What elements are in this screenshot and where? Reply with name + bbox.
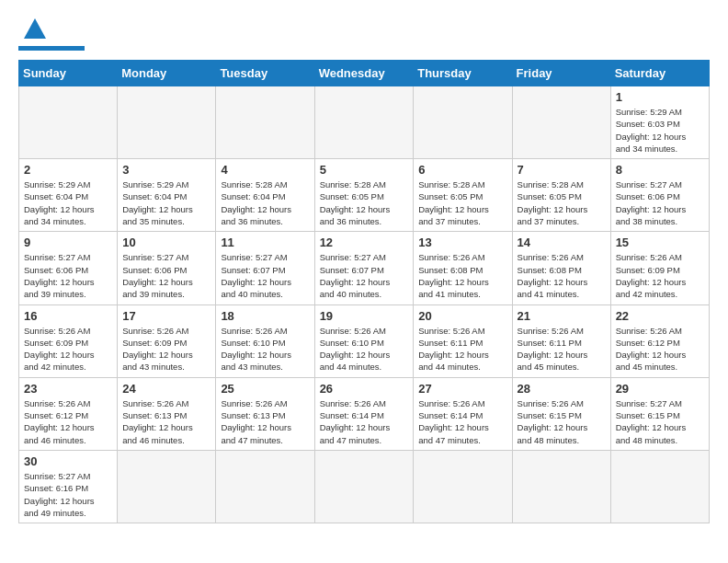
day-number: 24: [122, 382, 210, 396]
day-info: Sunrise: 5:29 AM Sunset: 6:04 PM Dayligh…: [122, 178, 210, 227]
day-of-week-header: Monday: [118, 61, 216, 86]
page-header: [18, 18, 710, 51]
logo-icon: [22, 17, 48, 42]
calendar-cell: 10Sunrise: 5:27 AM Sunset: 6:06 PM Dayli…: [118, 232, 216, 304]
calendar-cell: 5Sunrise: 5:28 AM Sunset: 6:05 PM Daylig…: [314, 159, 414, 232]
day-info: Sunrise: 5:26 AM Sunset: 6:10 PM Dayligh…: [221, 325, 309, 373]
day-info: Sunrise: 5:26 AM Sunset: 6:09 PM Dayligh…: [122, 325, 210, 373]
day-info: Sunrise: 5:29 AM Sunset: 6:04 PM Dayligh…: [24, 178, 112, 227]
calendar-cell: [512, 450, 610, 523]
day-info: Sunrise: 5:26 AM Sunset: 6:09 PM Dayligh…: [24, 325, 112, 373]
calendar-cell: [216, 86, 314, 159]
calendar-cell: 11Sunrise: 5:27 AM Sunset: 6:07 PM Dayli…: [216, 232, 314, 304]
calendar-cell: 8Sunrise: 5:27 AM Sunset: 6:06 PM Daylig…: [610, 159, 709, 232]
calendar-cell: 24Sunrise: 5:26 AM Sunset: 6:13 PM Dayli…: [118, 377, 216, 450]
day-number: 20: [418, 309, 506, 323]
day-info: Sunrise: 5:26 AM Sunset: 6:08 PM Dayligh…: [518, 251, 606, 300]
calendar-week-row: 23Sunrise: 5:26 AM Sunset: 6:12 PM Dayli…: [19, 377, 710, 450]
calendar-table: SundayMondayTuesdayWednesdayThursdayFrid…: [18, 60, 710, 523]
day-number: 17: [122, 309, 210, 323]
calendar-cell: 29Sunrise: 5:27 AM Sunset: 6:15 PM Dayli…: [610, 377, 709, 450]
calendar-cell: 15Sunrise: 5:26 AM Sunset: 6:09 PM Dayli…: [610, 232, 709, 304]
day-number: 26: [320, 382, 409, 396]
calendar-cell: 23Sunrise: 5:26 AM Sunset: 6:12 PM Dayli…: [19, 377, 118, 450]
day-number: 29: [616, 382, 704, 396]
day-number: 14: [518, 236, 606, 249]
calendar-cell: [216, 450, 314, 523]
calendar-cell: [19, 86, 118, 159]
day-info: Sunrise: 5:26 AM Sunset: 6:14 PM Dayligh…: [418, 397, 506, 446]
calendar-cell: 2Sunrise: 5:29 AM Sunset: 6:04 PM Daylig…: [19, 159, 118, 232]
calendar-cell: 4Sunrise: 5:28 AM Sunset: 6:04 PM Daylig…: [216, 159, 314, 232]
day-info: Sunrise: 5:26 AM Sunset: 6:15 PM Dayligh…: [518, 397, 606, 446]
calendar-cell: [314, 450, 414, 523]
calendar-week-row: 30Sunrise: 5:27 AM Sunset: 6:16 PM Dayli…: [19, 450, 710, 523]
day-of-week-header: Thursday: [414, 61, 512, 86]
day-number: 4: [221, 163, 309, 177]
day-info: Sunrise: 5:26 AM Sunset: 6:13 PM Dayligh…: [122, 397, 210, 446]
calendar-week-row: 2Sunrise: 5:29 AM Sunset: 6:04 PM Daylig…: [19, 159, 710, 232]
calendar-cell: 20Sunrise: 5:26 AM Sunset: 6:11 PM Dayli…: [414, 304, 512, 377]
day-info: Sunrise: 5:26 AM Sunset: 6:14 PM Dayligh…: [320, 397, 409, 446]
day-info: Sunrise: 5:26 AM Sunset: 6:13 PM Dayligh…: [221, 397, 309, 446]
day-number: 18: [221, 309, 309, 323]
calendar-cell: 16Sunrise: 5:26 AM Sunset: 6:09 PM Dayli…: [19, 304, 118, 377]
calendar-cell: 1Sunrise: 5:29 AM Sunset: 6:03 PM Daylig…: [610, 86, 709, 159]
logo: [18, 18, 85, 51]
day-info: Sunrise: 5:26 AM Sunset: 6:12 PM Dayligh…: [616, 325, 704, 373]
day-number: 25: [221, 382, 309, 396]
day-info: Sunrise: 5:27 AM Sunset: 6:07 PM Dayligh…: [320, 251, 409, 300]
logo-bar: [18, 46, 85, 51]
day-number: 3: [122, 163, 210, 177]
day-number: 12: [320, 236, 409, 249]
day-number: 7: [518, 163, 606, 177]
day-info: Sunrise: 5:27 AM Sunset: 6:16 PM Dayligh…: [24, 470, 112, 519]
calendar-cell: 9Sunrise: 5:27 AM Sunset: 6:06 PM Daylig…: [19, 232, 118, 304]
day-info: Sunrise: 5:27 AM Sunset: 6:07 PM Dayligh…: [221, 251, 309, 300]
day-number: 16: [24, 309, 112, 323]
day-of-week-header: Tuesday: [216, 61, 314, 86]
calendar-cell: 17Sunrise: 5:26 AM Sunset: 6:09 PM Dayli…: [118, 304, 216, 377]
calendar-cell: 27Sunrise: 5:26 AM Sunset: 6:14 PM Dayli…: [414, 377, 512, 450]
day-info: Sunrise: 5:28 AM Sunset: 6:05 PM Dayligh…: [518, 178, 606, 227]
calendar-cell: 6Sunrise: 5:28 AM Sunset: 6:05 PM Daylig…: [414, 159, 512, 232]
day-number: 23: [24, 382, 112, 396]
day-info: Sunrise: 5:26 AM Sunset: 6:12 PM Dayligh…: [24, 397, 112, 446]
day-info: Sunrise: 5:26 AM Sunset: 6:08 PM Dayligh…: [418, 251, 506, 300]
day-number: 13: [418, 236, 506, 249]
calendar-cell: 12Sunrise: 5:27 AM Sunset: 6:07 PM Dayli…: [314, 232, 414, 304]
day-info: Sunrise: 5:27 AM Sunset: 6:06 PM Dayligh…: [122, 251, 210, 300]
day-info: Sunrise: 5:27 AM Sunset: 6:15 PM Dayligh…: [616, 397, 704, 446]
calendar-header-row: SundayMondayTuesdayWednesdayThursdayFrid…: [19, 61, 710, 86]
day-number: 1: [616, 90, 704, 104]
calendar-cell: 7Sunrise: 5:28 AM Sunset: 6:05 PM Daylig…: [512, 159, 610, 232]
day-number: 6: [418, 163, 506, 177]
day-of-week-header: Friday: [512, 61, 610, 86]
day-number: 2: [24, 163, 112, 177]
calendar-cell: [610, 450, 709, 523]
day-number: 27: [418, 382, 506, 396]
day-info: Sunrise: 5:26 AM Sunset: 6:09 PM Dayligh…: [616, 251, 704, 300]
day-number: 28: [518, 382, 606, 396]
calendar-week-row: 9Sunrise: 5:27 AM Sunset: 6:06 PM Daylig…: [19, 232, 710, 304]
day-number: 15: [616, 236, 704, 249]
calendar-cell: [118, 450, 216, 523]
calendar-cell: 22Sunrise: 5:26 AM Sunset: 6:12 PM Dayli…: [610, 304, 709, 377]
calendar-cell: 13Sunrise: 5:26 AM Sunset: 6:08 PM Dayli…: [414, 232, 512, 304]
calendar-week-row: 1Sunrise: 5:29 AM Sunset: 6:03 PM Daylig…: [19, 86, 710, 159]
day-of-week-header: Sunday: [19, 61, 118, 86]
day-number: 8: [616, 163, 704, 177]
day-info: Sunrise: 5:29 AM Sunset: 6:03 PM Dayligh…: [616, 106, 704, 155]
day-of-week-header: Wednesday: [314, 61, 414, 86]
svg-marker-0: [24, 18, 46, 39]
day-number: 10: [122, 236, 210, 249]
day-info: Sunrise: 5:28 AM Sunset: 6:05 PM Dayligh…: [418, 178, 506, 227]
day-info: Sunrise: 5:28 AM Sunset: 6:05 PM Dayligh…: [320, 178, 409, 227]
calendar-cell: 14Sunrise: 5:26 AM Sunset: 6:08 PM Dayli…: [512, 232, 610, 304]
calendar-cell: 19Sunrise: 5:26 AM Sunset: 6:10 PM Dayli…: [314, 304, 414, 377]
calendar-cell: 3Sunrise: 5:29 AM Sunset: 6:04 PM Daylig…: [118, 159, 216, 232]
calendar-cell: [512, 86, 610, 159]
calendar-cell: [314, 86, 414, 159]
calendar-cell: [118, 86, 216, 159]
calendar-cell: 30Sunrise: 5:27 AM Sunset: 6:16 PM Dayli…: [19, 450, 118, 523]
